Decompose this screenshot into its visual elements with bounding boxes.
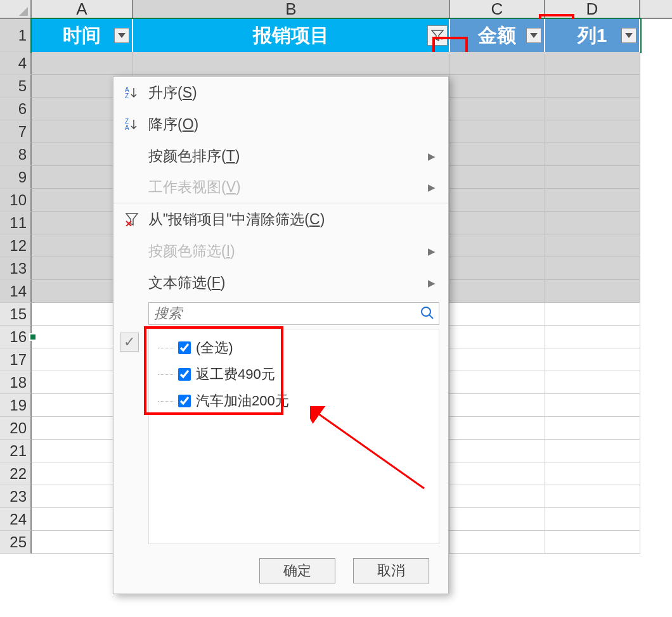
row-number[interactable]: 11 [0, 212, 32, 234]
row-number[interactable]: 24 [0, 508, 32, 531]
cell[interactable] [545, 98, 640, 120]
col-letter-B[interactable]: B [133, 0, 450, 18]
col-letter-A[interactable]: A [32, 0, 133, 18]
cell[interactable] [545, 440, 640, 462]
search-icon[interactable] [420, 306, 434, 324]
cell[interactable] [450, 75, 545, 98]
row-number[interactable]: 18 [0, 371, 32, 394]
cell[interactable] [545, 371, 640, 394]
cell[interactable] [545, 143, 640, 166]
cell[interactable] [545, 508, 640, 531]
menu-sort-desc[interactable]: ZA 降序(O) [113, 108, 448, 140]
row-number[interactable]: 14 [0, 280, 32, 303]
row-number[interactable]: 4 [0, 52, 32, 75]
cell[interactable] [545, 166, 640, 189]
checkbox[interactable] [178, 395, 191, 407]
col-letter-D[interactable]: D [545, 0, 640, 18]
row-number[interactable]: 7 [0, 120, 32, 143]
cell[interactable] [545, 531, 640, 554]
check-item[interactable]: 返工费490元 [158, 365, 430, 384]
menu-text-filter[interactable]: 文本筛选(F) ▸ [113, 267, 448, 298]
cell[interactable] [450, 531, 545, 554]
filter-dropdown-button[interactable] [621, 28, 636, 43]
checkbox[interactable] [178, 341, 191, 354]
cell[interactable] [450, 189, 545, 212]
cell[interactable] [545, 485, 640, 508]
header-cell-item[interactable]: 报销项目 [133, 19, 450, 52]
cell[interactable] [450, 394, 545, 417]
cell[interactable] [133, 52, 450, 75]
cell[interactable] [450, 440, 545, 462]
cell[interactable] [450, 348, 545, 371]
cell[interactable] [450, 485, 545, 508]
filter-active-button[interactable] [427, 25, 448, 46]
row-number[interactable]: 10 [0, 189, 32, 212]
filter-dropdown-button[interactable] [526, 28, 541, 43]
cell[interactable] [545, 257, 640, 280]
cancel-button[interactable]: 取消 [353, 558, 429, 583]
cell[interactable] [450, 303, 545, 326]
check-item[interactable]: 汽车加油200元 [158, 391, 430, 410]
row-number[interactable]: 19 [0, 394, 32, 417]
cell[interactable] [545, 189, 640, 212]
cell[interactable] [545, 303, 640, 326]
menu-sort-asc[interactable]: AZ 升序(S) [113, 77, 448, 108]
checkbox[interactable] [178, 368, 191, 381]
cell[interactable] [545, 280, 640, 303]
cell[interactable] [545, 52, 640, 75]
svg-text:A: A [125, 124, 129, 131]
cell[interactable] [545, 234, 640, 257]
cell[interactable] [545, 394, 640, 417]
cell[interactable] [545, 75, 640, 98]
cell[interactable] [450, 143, 545, 166]
cell[interactable] [450, 120, 545, 143]
header-cell-time[interactable]: 时间 [32, 19, 133, 52]
menu-sort-color[interactable]: 按颜色排序(T) ▸ [113, 140, 448, 172]
row-number[interactable]: 9 [0, 166, 32, 189]
cell[interactable] [450, 280, 545, 303]
row-number[interactable]: 17 [0, 348, 32, 371]
cell[interactable] [450, 52, 545, 75]
row-number[interactable]: 1 [0, 19, 32, 52]
select-all-corner[interactable] [0, 0, 32, 18]
col-letter-C[interactable]: C [450, 0, 545, 18]
cell[interactable] [545, 348, 640, 371]
row-number[interactable]: 23 [0, 485, 32, 508]
cell[interactable] [450, 234, 545, 257]
cell[interactable] [545, 417, 640, 440]
cell[interactable] [450, 326, 545, 348]
check-item-all[interactable]: (全选) [158, 338, 430, 357]
row-number[interactable]: 6 [0, 98, 32, 120]
cell[interactable] [450, 462, 545, 485]
row-number[interactable]: 8 [0, 143, 32, 166]
header-cell-col1[interactable]: 列1 [545, 19, 640, 52]
select-visible-toggle[interactable]: ✓ [120, 333, 139, 352]
cell[interactable] [450, 508, 545, 531]
row-number[interactable]: 21 [0, 440, 32, 462]
cell[interactable] [450, 98, 545, 120]
filter-dropdown-button[interactable] [114, 28, 129, 43]
selection-handle[interactable] [30, 334, 36, 340]
cell[interactable] [450, 371, 545, 394]
row-number[interactable]: 15 [0, 303, 32, 326]
menu-clear-filter[interactable]: 从"报销项目"中清除筛选(C) [113, 203, 448, 235]
row-number[interactable]: 12 [0, 234, 32, 257]
cell[interactable] [545, 120, 640, 143]
row-number[interactable]: 25 [0, 531, 32, 554]
cell[interactable] [32, 52, 133, 75]
cell[interactable] [545, 462, 640, 485]
cell[interactable] [545, 212, 640, 234]
row-number[interactable]: 13 [0, 257, 32, 280]
header-cell-amount[interactable]: 金额 [450, 19, 545, 52]
cell[interactable] [545, 326, 640, 348]
row-number[interactable]: 16 [0, 326, 32, 348]
search-input[interactable] [148, 302, 439, 325]
cell[interactable] [450, 257, 545, 280]
row-number[interactable]: 20 [0, 417, 32, 440]
cell[interactable] [450, 212, 545, 234]
cell[interactable] [450, 166, 545, 189]
cell[interactable] [450, 417, 545, 440]
row-number[interactable]: 5 [0, 75, 32, 98]
ok-button[interactable]: 确定 [259, 558, 335, 583]
row-number[interactable]: 22 [0, 462, 32, 485]
